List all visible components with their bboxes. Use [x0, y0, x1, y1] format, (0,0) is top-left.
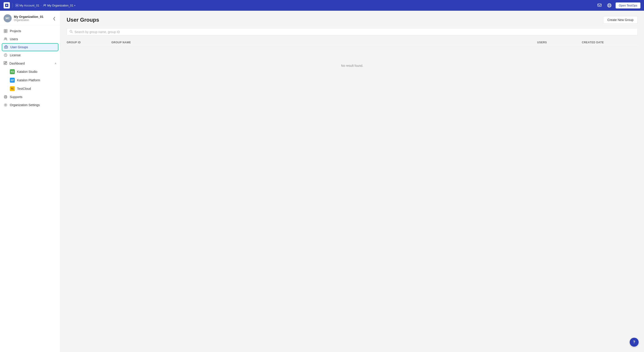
help-button[interactable]: ?	[630, 338, 639, 347]
table-header: GROUP ID GROUP NAME USERS CREATED DATE	[67, 39, 638, 46]
col-users: USERS	[537, 41, 582, 44]
org-avatar: MC	[4, 14, 12, 22]
org-info: My Organization_01 Organization	[14, 15, 44, 22]
org-label: My Organization_01	[48, 4, 73, 7]
col-group-id: GROUP ID	[67, 41, 111, 44]
dashboard-left: Dashboard	[4, 61, 25, 65]
sidebar-item-users[interactable]: Users	[0, 35, 60, 43]
sidebar-subitem-katalon-platform[interactable]: KP Katalon Platform	[0, 76, 60, 84]
svg-rect-2	[16, 5, 18, 6]
svg-rect-21	[4, 61, 5, 63]
users-icon	[4, 37, 8, 41]
projects-icon	[4, 29, 8, 33]
content-area: User Groups Create New Group GROUP ID GR…	[60, 11, 644, 352]
svg-point-18	[5, 47, 6, 48]
dashboard-label: Dashboard	[10, 62, 25, 65]
svg-line-33	[72, 32, 73, 33]
sidebar: MC My Organization_01 Organization ❮ P	[0, 11, 60, 352]
org-breadcrumb[interactable]: My Organization_01 ▾	[43, 4, 75, 7]
user-groups-icon	[4, 45, 8, 49]
katalon-studio-label: Katalon Studio	[17, 70, 37, 73]
projects-label: Projects	[10, 29, 21, 33]
sidebar-subitem-katalon-studio[interactable]: KS Katalon Studio	[0, 67, 60, 76]
sidebar-nav: Projects Users	[0, 25, 60, 111]
supports-icon	[4, 95, 8, 99]
messages-icon	[597, 3, 602, 7]
svg-rect-23	[4, 63, 5, 65]
search-bar	[67, 28, 638, 35]
sidebar-org-name: My Organization_01	[14, 15, 44, 18]
main-layout: MC My Organization_01 Organization ❮ P	[0, 11, 644, 352]
svg-rect-13	[4, 31, 5, 33]
sidebar-item-dashboard[interactable]: Dashboard ∧	[0, 59, 60, 67]
dashboard-chevron-icon: ∧	[54, 62, 56, 65]
svg-point-31	[5, 105, 6, 106]
open-testops-button[interactable]: Open TestOps	[616, 2, 640, 8]
create-new-group-button[interactable]: Create New Group	[603, 16, 638, 24]
license-label: License	[10, 53, 20, 57]
org-caret: ▾	[74, 4, 75, 7]
sidebar-item-org-settings[interactable]: Organization Settings	[0, 101, 60, 109]
sidebar-collapse-button[interactable]: ❮	[52, 15, 56, 21]
globe-icon-btn[interactable]	[606, 2, 613, 9]
globe-icon	[607, 3, 612, 8]
org-settings-label: Organization Settings	[10, 103, 40, 107]
testcloud-icon: TC	[10, 86, 15, 91]
topnav-right: Open TestOps	[596, 2, 640, 9]
svg-rect-12	[6, 29, 7, 31]
katalon-platform-icon: KP	[10, 78, 15, 83]
dashboard-icon	[4, 61, 7, 65]
user-groups-label: User Groups	[10, 45, 28, 49]
license-icon	[4, 53, 8, 57]
col-group-name: GROUP NAME	[111, 41, 537, 44]
search-icon	[70, 30, 73, 34]
page-title: User Groups	[67, 17, 99, 23]
sidebar-org-type: Organization	[14, 18, 44, 22]
topnav-logo	[4, 2, 10, 8]
supports-label: Supports	[10, 95, 22, 99]
sidebar-org-header: MC My Organization_01 Organization ❮	[0, 11, 60, 25]
messages-icon-btn[interactable]	[596, 2, 603, 9]
topnav-divider	[12, 3, 13, 7]
table-empty-state: No result found.	[67, 46, 638, 85]
svg-point-19	[6, 47, 7, 48]
topnav-breadcrumb: My Account_01 › My Organization_01 ▾	[16, 4, 75, 7]
svg-rect-17	[4, 46, 8, 48]
sidebar-item-license[interactable]: License	[0, 51, 60, 59]
org-settings-icon	[4, 103, 8, 107]
empty-message: No result found.	[341, 64, 363, 67]
svg-rect-5	[598, 4, 601, 6]
sidebar-item-user-groups[interactable]: User Groups	[2, 43, 58, 51]
svg-rect-14	[6, 31, 7, 33]
katalon-studio-icon: KS	[10, 69, 15, 74]
account-icon: My Account_01	[16, 4, 39, 7]
svg-rect-11	[4, 29, 5, 31]
sidebar-subitem-testcloud[interactable]: TC TestCloud	[0, 84, 60, 93]
topnav: My Account_01 › My Organization_01 ▾ Ope…	[0, 0, 644, 11]
sidebar-item-projects[interactable]: Projects	[0, 27, 60, 35]
katalon-platform-label: Katalon Platform	[17, 78, 40, 82]
search-input[interactable]	[74, 30, 635, 34]
col-created-date: CREATED DATE	[582, 41, 638, 44]
svg-rect-22	[6, 61, 7, 62]
page-header: User Groups Create New Group	[67, 16, 638, 24]
account-label: My Account_01	[20, 4, 39, 7]
breadcrumb-chevron: ›	[41, 4, 42, 7]
svg-rect-24	[6, 63, 7, 65]
users-label: Users	[10, 37, 18, 41]
sidebar-item-supports[interactable]: Supports	[0, 93, 60, 101]
testcloud-label: TestCloud	[17, 87, 31, 90]
